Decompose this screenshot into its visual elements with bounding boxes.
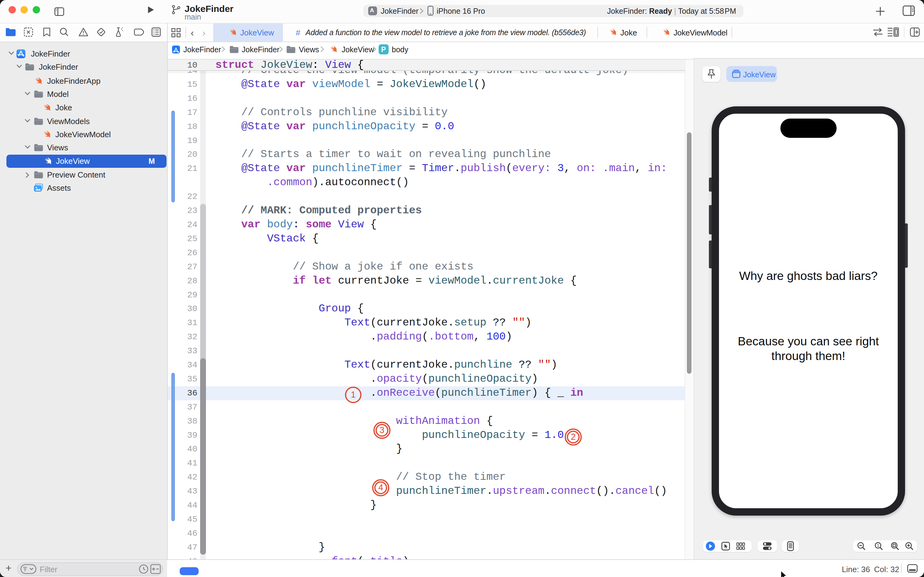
svg-text:1: 1 <box>877 543 879 548</box>
